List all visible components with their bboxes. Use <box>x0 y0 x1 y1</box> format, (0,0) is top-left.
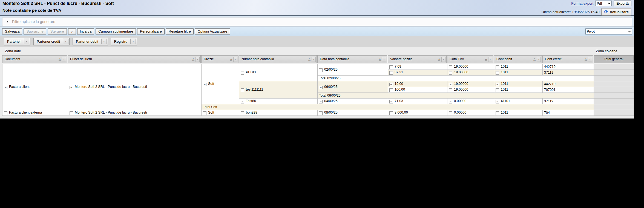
collapse-icon[interactable]: − <box>203 83 206 86</box>
cell-document: −Factura client <box>2 64 68 110</box>
filter-dropdown-icon[interactable]: ▼ <box>62 57 66 62</box>
collapse-icon[interactable]: − <box>241 88 244 92</box>
total-general-cell <box>594 87 634 93</box>
cell-cont-debit: −1011 <box>494 64 543 70</box>
column-header-cota-tva[interactable]: Cota TVA △ ▼ <box>447 55 493 63</box>
filter-field-partener-credit[interactable]: Partener credit ▼ <box>33 38 70 45</box>
column-header-document[interactable]: Document △ ▼ <box>2 55 67 63</box>
column-header-numar-nota-contabila[interactable]: Numar nota contabila △ ▼ <box>239 55 317 63</box>
collapse-icon[interactable]: − <box>319 86 323 89</box>
cell-text: 442719 <box>544 65 556 69</box>
filter-dropdown-icon[interactable]: ▼ <box>312 57 316 62</box>
column-header-cont-debit[interactable]: Cont debit △ ▼ <box>494 55 542 63</box>
column-header-label: Cota TVA <box>450 57 485 61</box>
sort-asc-icon[interactable]: △ <box>585 58 587 61</box>
collapse-icon[interactable]: − <box>496 88 499 92</box>
view-options-button[interactable]: Optiuni Vizualizare <box>195 28 230 34</box>
collapse-icon[interactable]: − <box>449 65 452 69</box>
collapse-icon[interactable]: − <box>389 88 393 92</box>
collapse-icon[interactable]: − <box>389 71 393 75</box>
collapse-triangle-icon[interactable]: ▼ <box>6 20 9 23</box>
filter-dropdown-icon[interactable]: ▼ <box>537 57 541 62</box>
collapse-icon[interactable]: − <box>449 71 452 75</box>
export-format-select[interactable]: Pdf <box>595 1 612 6</box>
column-header-cont-credit[interactable]: Cont credit △ ▼ <box>542 55 593 63</box>
cell-numar: −Test86 <box>239 99 318 104</box>
sort-asc-icon[interactable]: △ <box>59 58 61 61</box>
overwrite-button[interactable]: Suprascrie <box>24 28 46 34</box>
column-area-label: Zona coloane <box>596 49 617 53</box>
cell-text: 37119 <box>544 99 553 103</box>
collapse-icon[interactable]: − <box>496 100 499 103</box>
sort-asc-icon[interactable]: △ <box>438 58 440 61</box>
last-update-text: Ultima actualizare: 19/06/2025 16:40 <box>542 10 600 14</box>
cell-data: −04/00/25 <box>318 99 388 104</box>
column-header-punct-de-lucru[interactable]: Punct de lucru △ ▼ <box>68 55 201 63</box>
format-export-link[interactable]: Format export <box>571 1 593 5</box>
column-header-label: Punct de lucru <box>70 57 192 61</box>
delete-button[interactable]: Stergere <box>48 28 67 34</box>
cell-text: 1011 <box>501 65 508 68</box>
chevron-down-icon[interactable]: ▼ <box>101 39 107 44</box>
filter-dropdown-icon[interactable]: ▼ <box>382 57 386 62</box>
collapse-icon[interactable]: − <box>241 71 244 75</box>
collapse-icon[interactable]: − <box>496 71 499 75</box>
filter-dropdown-icon[interactable]: ▼ <box>233 57 237 62</box>
view-mode-select[interactable]: Pivot <box>585 28 632 34</box>
extra-fields-button[interactable]: Campuri suplimentare <box>96 28 136 34</box>
collapse-icon[interactable]: − <box>449 88 452 92</box>
layout-dropdown-button[interactable]: ⌄ <box>68 28 76 34</box>
filter-dropdown-icon[interactable]: ▼ <box>588 57 592 62</box>
collapse-icon[interactable]: − <box>389 65 393 69</box>
column-header-divizie[interactable]: Divizie △ ▼ <box>201 55 238 63</box>
export-button[interactable]: Exportă <box>614 1 631 6</box>
collapse-icon[interactable]: − <box>319 100 323 103</box>
sort-asc-icon[interactable]: △ <box>533 58 536 61</box>
cell-cont-debit: −1011 <box>494 81 543 87</box>
collapse-icon[interactable]: − <box>319 111 323 115</box>
chevron-down-icon[interactable]: ▼ <box>24 39 29 44</box>
sort-asc-icon[interactable]: △ <box>308 58 311 61</box>
filter-dropdown-icon[interactable]: ▼ <box>196 57 200 62</box>
filter-dropdown-icon[interactable]: ▼ <box>488 57 492 62</box>
pivot-filter-area: Partener ▼ Partener credit ▼ Partener de… <box>0 36 634 47</box>
filter-field-partener[interactable]: Partener ▼ <box>4 38 30 45</box>
table-row: −Factura client externa −Montero Soft 2 … <box>2 110 634 116</box>
refresh-button[interactable]: ⟳ Actualizare <box>601 8 631 16</box>
reset-filters-button[interactable]: Resetare filtre <box>166 28 194 34</box>
collapse-icon[interactable]: − <box>496 83 499 86</box>
sort-asc-icon[interactable]: △ <box>230 58 232 61</box>
filter-field-registru[interactable]: Registru ▼ <box>111 38 137 45</box>
save-button[interactable]: Salvează <box>2 28 22 34</box>
collapse-icon[interactable]: − <box>319 68 323 72</box>
collapse-icon[interactable]: − <box>449 100 452 103</box>
applied-filters-panel[interactable]: ▼ Filtre aplicate la generare <box>2 17 632 26</box>
column-header-valoare-pozitie[interactable]: Valoare pozitie △ ▼ <box>388 55 447 63</box>
chevron-down-icon[interactable]: ▼ <box>63 39 68 44</box>
sort-asc-icon[interactable]: △ <box>192 58 194 61</box>
chevron-down-icon[interactable]: ▼ <box>130 39 136 44</box>
collapse-icon[interactable]: − <box>389 100 393 103</box>
collapse-icon[interactable]: − <box>389 111 393 115</box>
sort-asc-icon[interactable]: △ <box>485 58 487 61</box>
filter-field-partener-debit[interactable]: Partener debit ▼ <box>73 38 108 45</box>
sort-asc-icon[interactable]: △ <box>379 58 381 61</box>
collapse-icon[interactable]: − <box>241 111 244 115</box>
collapse-icon[interactable]: − <box>4 111 7 115</box>
cell-text: 08/00/25 <box>324 111 338 114</box>
load-button[interactable]: Incarca <box>77 28 94 34</box>
collapse-icon[interactable]: − <box>496 65 499 69</box>
collapse-icon[interactable]: − <box>449 111 452 115</box>
cell-text: 8,000.00 <box>395 111 408 114</box>
collapse-icon[interactable]: − <box>4 86 7 89</box>
collapse-icon[interactable]: − <box>496 111 499 115</box>
collapse-icon[interactable]: − <box>389 83 393 86</box>
collapse-icon[interactable]: − <box>241 100 244 103</box>
filter-dropdown-icon[interactable]: ▼ <box>441 57 445 62</box>
collapse-icon[interactable]: − <box>70 111 73 115</box>
collapse-icon[interactable]: − <box>70 86 73 89</box>
collapse-icon[interactable]: − <box>449 83 452 86</box>
personalize-button[interactable]: Personalizare <box>137 28 165 34</box>
collapse-icon[interactable]: − <box>203 111 206 115</box>
column-header-data-nota-contabila[interactable]: Data nota contabila △ ▼ <box>317 55 387 63</box>
